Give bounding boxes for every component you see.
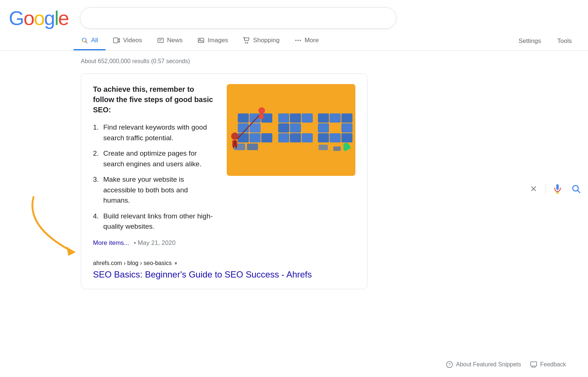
arrow-annotation (22, 193, 89, 260)
shopping-icon (243, 37, 250, 44)
svg-rect-30 (261, 133, 272, 142)
svg-rect-28 (238, 133, 249, 142)
list-item: 2. Create and optimize pages for search … (93, 148, 215, 169)
svg-rect-46 (341, 133, 352, 142)
help-icon: ? (446, 361, 453, 368)
snippet-heading: To achieve this, remember to follow the … (93, 84, 215, 115)
svg-rect-37 (290, 133, 301, 142)
svg-rect-39 (318, 113, 329, 123)
search-button[interactable] (570, 182, 582, 195)
svg-rect-49 (319, 145, 328, 150)
svg-rect-35 (290, 123, 301, 133)
featured-snippet-card: To achieve this, remember to follow the … (81, 73, 368, 289)
svg-rect-41 (341, 113, 352, 123)
about-snippets-label: About Featured Snippets (456, 361, 521, 368)
search-bar: how to do seo (80, 7, 396, 29)
tab-more-label: More (305, 37, 319, 44)
nav-tabs: All Videos News Images S (0, 32, 588, 51)
video-icon (113, 37, 120, 44)
list-item: 1. Find relevant keywords with good sear… (93, 122, 215, 143)
svg-rect-36 (278, 133, 289, 142)
svg-rect-14 (198, 38, 204, 43)
seo-illustration (227, 84, 355, 176)
svg-point-20 (300, 40, 301, 41)
tab-tools[interactable]: Tools (550, 32, 579, 50)
svg-marker-21 (67, 247, 76, 256)
svg-rect-34 (278, 123, 289, 133)
svg-rect-33 (302, 113, 313, 123)
settings-label: Settings (519, 37, 541, 45)
tools-label: Tools (557, 37, 572, 45)
feedback-label: Feedback (540, 361, 566, 368)
main-content: About 652,000,000 results (0.57 seconds)… (0, 51, 368, 289)
svg-rect-32 (290, 113, 301, 123)
list-item: 3. Make sure your website is accessible … (93, 174, 215, 206)
tab-images[interactable]: Images (190, 32, 236, 50)
svg-point-56 (258, 107, 265, 114)
footer-area: ? About Featured Snippets Feedback (446, 361, 566, 368)
svg-rect-40 (330, 113, 341, 123)
snippet-date: • May 21, 2020 (134, 239, 176, 246)
search-icon (81, 37, 88, 44)
svg-rect-48 (247, 144, 258, 150)
more-items-row: More items... • May 21, 2020 (93, 239, 215, 247)
tab-images-label: Images (208, 37, 228, 44)
svg-rect-38 (302, 133, 313, 142)
svg-marker-10 (118, 39, 119, 42)
svg-point-17 (247, 42, 248, 43)
breadcrumb-dropdown[interactable]: ▾ (175, 260, 177, 266)
svg-point-16 (245, 42, 246, 43)
tab-all[interactable]: All (74, 32, 105, 50)
snippet-list: 1. Find relevant keywords with good sear… (93, 122, 215, 232)
search-icon (571, 184, 581, 193)
close-icon (530, 185, 538, 193)
svg-point-19 (297, 40, 298, 41)
more-dots-icon (294, 37, 302, 44)
about-featured-snippets[interactable]: ? About Featured Snippets (446, 361, 521, 368)
svg-rect-45 (330, 133, 341, 142)
tab-videos[interactable]: Videos (105, 32, 150, 50)
tab-all-label: All (91, 37, 98, 44)
breadcrumb: ahrefs.com › blog › seo-basics ▾ (93, 260, 355, 267)
feedback-icon (530, 361, 537, 368)
nav-right: Settings Tools (511, 32, 588, 50)
results-count: About 652,000,000 results (0.57 seconds) (81, 58, 368, 65)
svg-rect-42 (318, 123, 329, 133)
search-actions (528, 182, 582, 195)
source-row: ahrefs.com › blog › seo-basics ▾ SEO Bas… (93, 254, 355, 280)
svg-point-18 (295, 40, 296, 41)
header: Google how to do seo (0, 0, 588, 29)
svg-rect-44 (318, 133, 329, 142)
svg-rect-43 (341, 123, 352, 133)
clear-button[interactable] (528, 183, 539, 194)
search-input[interactable]: how to do seo (80, 8, 396, 28)
tab-news-label: News (167, 37, 183, 44)
svg-rect-31 (278, 113, 289, 123)
snippet-text-area: To achieve this, remember to follow the … (93, 84, 215, 247)
svg-rect-50 (333, 146, 341, 151)
seo-image (227, 84, 355, 176)
svg-rect-57 (259, 114, 263, 119)
feedback-link[interactable]: Feedback (530, 361, 566, 368)
divider (545, 184, 545, 194)
tab-shopping[interactable]: Shopping (236, 32, 287, 50)
voice-search-button[interactable] (551, 182, 564, 195)
tab-news[interactable]: News (150, 32, 190, 50)
microphone-icon (553, 184, 562, 193)
svg-rect-23 (238, 113, 249, 123)
result-title-link[interactable]: SEO Basics: Beginner's Guide to SEO Succ… (93, 269, 312, 279)
tab-shopping-label: Shopping (253, 37, 280, 44)
tab-more[interactable]: More (287, 32, 326, 50)
snippet-inner: To achieve this, remember to follow the … (93, 84, 355, 247)
tab-settings[interactable]: Settings (511, 32, 548, 50)
more-items-link[interactable]: More items... (93, 239, 129, 246)
svg-line-8 (86, 41, 87, 43)
images-icon (197, 37, 205, 44)
tab-videos-label: Videos (123, 37, 142, 44)
svg-rect-27 (250, 123, 261, 133)
google-logo: Google (9, 7, 68, 29)
svg-text:?: ? (448, 362, 451, 367)
news-icon (157, 37, 164, 44)
svg-rect-29 (250, 133, 261, 142)
svg-rect-24 (250, 113, 261, 123)
